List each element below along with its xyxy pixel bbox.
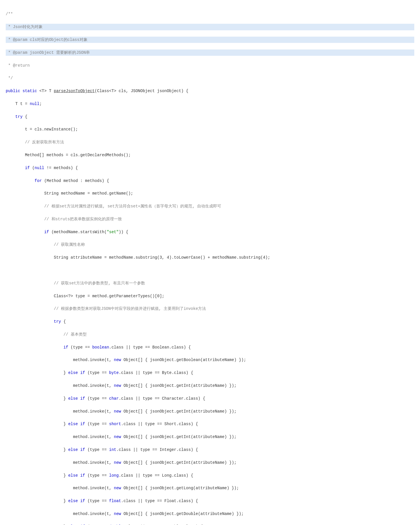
code-line-33: } else if (type == short.class || type =… bbox=[6, 421, 414, 427]
code-line-13: if (null != methods) { bbox=[6, 165, 414, 171]
code-line-37: } else if (type == long.class || type ==… bbox=[6, 472, 414, 479]
code-line-27: if (type == boolean.class || type == Boo… bbox=[6, 344, 414, 350]
code-line-36: method.invoke(t, new Object[] { jsonObje… bbox=[6, 459, 414, 466]
code-line-17: // 和struts把表单数据实例化的原理一致 bbox=[6, 216, 414, 222]
code-line-26: // 基本类型 bbox=[6, 331, 414, 338]
code-line-9: try { bbox=[6, 114, 414, 120]
code-line-25: try { bbox=[6, 318, 414, 325]
code-line-2: * Json转化为对象 bbox=[6, 24, 414, 30]
code-line-20: String attributeName = methodName.substr… bbox=[6, 254, 414, 261]
code-line-34: method.invoke(t, new Object[] { jsonObje… bbox=[6, 434, 414, 440]
code-line-24: // 根据参数类型来对获取JSON中对应字段的值并进行赋值, 主要用到了invo… bbox=[6, 306, 414, 312]
code-line-28: method.invoke(t, new Object[] { jsonObje… bbox=[6, 357, 414, 363]
code-line-19: // 获取属性名称 bbox=[6, 241, 414, 248]
code-line-15: String methodName = method.getName(); bbox=[6, 190, 414, 197]
code-line-3: * @param cls对应的Object的class对象 bbox=[6, 37, 414, 43]
code-line-31: } else if (type == char.class || type ==… bbox=[6, 395, 414, 402]
code-line-40: method.invoke(t, new Object[] { jsonObje… bbox=[6, 511, 414, 517]
code-line-29: } else if (type == byte.class || type ==… bbox=[6, 370, 414, 376]
code-line-1: /** bbox=[6, 11, 414, 17]
code-line-21 bbox=[6, 267, 414, 274]
code-line-5: * @return bbox=[6, 62, 414, 69]
code-line-41: } else if (type == double.class || type … bbox=[6, 524, 414, 525]
code-line-6: */ bbox=[6, 75, 414, 81]
code-line-8: T t = null; bbox=[6, 101, 414, 107]
code-line-12: Method[] methods = cls.getDeclaredMethod… bbox=[6, 152, 414, 158]
code-line-30: method.invoke(t, new Object[] { jsonObje… bbox=[6, 383, 414, 389]
code-line-39: } else if (type == float.class || type =… bbox=[6, 498, 414, 504]
code-line-23: Class<?> type = method.getParameterTypes… bbox=[6, 293, 414, 299]
code-line-38: method.invoke(t, new Object[] { jsonObje… bbox=[6, 485, 414, 491]
code-line-7: public static <T> T parseJsonToObject(Cl… bbox=[6, 88, 414, 94]
code-line-14: for (Method method : methods) { bbox=[6, 178, 414, 184]
code-line-35: } else if (type == int.class || type == … bbox=[6, 447, 414, 453]
code-viewer: /** * Json转化为对象 * @param cls对应的Object的cl… bbox=[0, 0, 420, 525]
code-line-4: * @param jsonObject 需要解析的JSON串 bbox=[6, 49, 414, 56]
code-line-32: method.invoke(t, new Object[] { jsonObje… bbox=[6, 408, 414, 415]
code-line-11: // 反射获取所有方法 bbox=[6, 139, 414, 145]
code-line-10: t = cls.newInstance(); bbox=[6, 126, 414, 132]
code-line-18: if (methodName.startsWith("set")) { bbox=[6, 229, 414, 235]
code-line-22: // 获取set方法中的参数类型, 有且只有一个参数 bbox=[6, 280, 414, 286]
code-line-16: // 根据set方法对属性进行赋值, set方法符合set+属性名（首字母大写）… bbox=[6, 203, 414, 209]
